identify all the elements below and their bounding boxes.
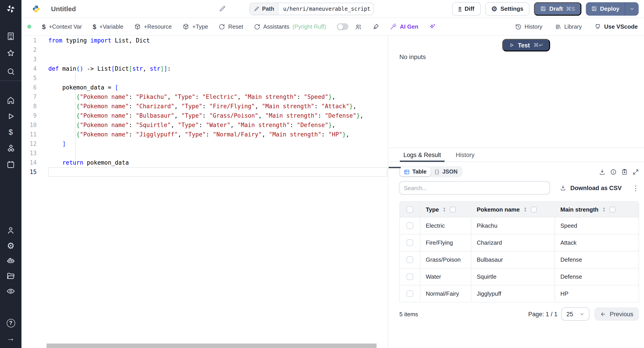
collaborators-icon[interactable] xyxy=(355,23,362,30)
page-size-select[interactable]: 25 xyxy=(562,307,590,321)
table-cell: Electric xyxy=(420,218,471,234)
history-button[interactable]: History xyxy=(515,23,542,30)
copy-result-icon[interactable] xyxy=(621,168,628,175)
deploy-button[interactable]: Deploy xyxy=(586,2,625,16)
sparkles-icon[interactable] xyxy=(429,23,436,30)
search-input[interactable] xyxy=(399,181,550,194)
line-number: 10 xyxy=(22,120,48,130)
code-line[interactable] xyxy=(48,148,388,158)
collapse-sidebar-arrow-icon[interactable]: → xyxy=(0,333,22,344)
info-icon[interactable] xyxy=(610,168,617,175)
code-line[interactable]: {"Pokemon name": "Squirtle", "Type": "Wa… xyxy=(48,120,388,130)
code-line[interactable]: return pokemon_data xyxy=(48,158,388,167)
download-result-icon[interactable] xyxy=(599,168,606,175)
tab-logs-result[interactable]: Logs & Result xyxy=(404,148,441,162)
code-line[interactable]: ] xyxy=(48,139,388,148)
code-line[interactable]: from typing import List, Dict xyxy=(48,36,388,45)
search-icon[interactable] xyxy=(0,66,22,77)
code-line[interactable] xyxy=(48,167,388,177)
library-button[interactable]: Library xyxy=(555,23,582,30)
test-button[interactable]: Test ⌘↵ xyxy=(502,39,550,52)
sort-icon[interactable] xyxy=(523,206,528,212)
help-icon[interactable]: ? xyxy=(0,318,22,328)
select-all-checkbox[interactable] xyxy=(400,202,420,217)
column-option-box[interactable] xyxy=(610,206,616,212)
code-line[interactable] xyxy=(48,73,388,83)
add-resource-button[interactable]: +Resource xyxy=(134,23,172,30)
row-checkbox[interactable] xyxy=(406,290,413,297)
folders-icon[interactable] xyxy=(0,270,22,281)
view-switcher: Table {} JSON xyxy=(399,166,462,177)
column-option-box[interactable] xyxy=(531,206,537,212)
home-icon[interactable] xyxy=(0,95,22,106)
table-row[interactable]: ElectricPikachuSpeed xyxy=(400,218,639,234)
ai-gen-button[interactable]: AI Gen xyxy=(390,23,418,30)
row-checkbox[interactable] xyxy=(406,273,413,280)
column-header[interactable]: Main strength xyxy=(555,202,639,217)
add-type-button[interactable]: +Type xyxy=(182,23,208,30)
draft-button[interactable]: Draft ⌘S xyxy=(534,2,582,16)
code-line[interactable]: def main() -> List[Dict[str, str]]: xyxy=(48,64,388,73)
deploy-dropdown-button[interactable] xyxy=(625,2,639,16)
windmill-logo[interactable] xyxy=(0,0,22,18)
use-vscode-button[interactable]: Use VScode xyxy=(594,23,638,30)
expand-icon[interactable] xyxy=(632,168,639,175)
workers-robot-icon[interactable] xyxy=(0,256,22,266)
row-checkbox-cell xyxy=(400,234,420,251)
settings-button[interactable]: ⚙ Settings xyxy=(485,2,530,16)
sort-icon[interactable] xyxy=(602,206,606,212)
more-options-kebab-icon[interactable]: ⋮ xyxy=(632,184,639,191)
code-line[interactable]: {"Pokemon name": "Charizard", "Type": "F… xyxy=(48,102,388,111)
assistants-button[interactable]: Assistants (Pyright Ruff) xyxy=(254,23,326,30)
table-row[interactable]: WaterSquirtleDefense xyxy=(400,268,639,286)
script-path-field[interactable]: Path u/henri/maneuverable_script xyxy=(250,3,374,15)
code-line[interactable]: {"Pokemon name": "Pikachu", "Type": "Ele… xyxy=(48,92,388,102)
diff-button[interactable]: ± Diff xyxy=(452,2,480,16)
code-line[interactable] xyxy=(48,45,388,54)
table-row[interactable]: Fire/FlyingCharizardAttack xyxy=(400,234,639,252)
row-checkbox[interactable] xyxy=(406,222,413,229)
table-row[interactable]: Normal/FairyJigglypuffHP xyxy=(400,286,639,302)
audit-eye-icon[interactable] xyxy=(0,286,22,296)
code-line[interactable]: {"Pokemon name": "Jigglypuff", "Type": "… xyxy=(48,130,388,139)
column-option-box[interactable] xyxy=(450,206,456,212)
result-table-container: TypePokemon nameMain strength ElectricPi… xyxy=(399,201,639,321)
settings-gear-icon[interactable]: ⚙ xyxy=(0,240,22,251)
reset-button[interactable]: Reset xyxy=(219,23,243,30)
app-window: $ ⚙ ? → Untitl xyxy=(0,0,644,348)
view-table-button[interactable]: Table xyxy=(400,167,430,176)
add-context-var-button[interactable]: $ +Context Var xyxy=(42,23,82,30)
code-line[interactable]: {"Pokemon name": "Bulbasaur", "Type": "G… xyxy=(48,111,388,120)
code-line[interactable] xyxy=(48,54,388,64)
download-csv-button[interactable]: Download as CSV xyxy=(560,184,622,191)
schedules-calendar-icon[interactable] xyxy=(0,159,22,170)
workspace-building-icon[interactable] xyxy=(0,31,22,42)
previous-page-button[interactable]: Previous xyxy=(594,307,639,321)
row-checkbox[interactable] xyxy=(406,256,413,263)
code-line[interactable]: pokemon_data = [ xyxy=(48,83,388,92)
column-header[interactable]: Pokemon name xyxy=(471,202,555,217)
column-header[interactable]: Type xyxy=(420,202,471,217)
sort-icon[interactable] xyxy=(442,206,447,212)
line-number: 6 xyxy=(22,83,48,92)
panel-resize-handle[interactable] xyxy=(389,167,401,168)
table-icon xyxy=(404,169,410,175)
multiplayer-toggle[interactable] xyxy=(337,23,348,30)
table-row[interactable]: Grass/PoisonBulbasaurDefense xyxy=(400,252,639,268)
user-icon[interactable] xyxy=(0,225,22,236)
edit-pencil-icon[interactable] xyxy=(219,5,226,12)
tab-history[interactable]: History xyxy=(456,148,474,162)
preview-panel: Test ⌘↵ No inputs Logs & Result History … xyxy=(389,36,644,348)
code-editor[interactable]: 123456789101112131415 from typing import… xyxy=(22,36,388,348)
table-controls-row: Download as CSV ⋮ xyxy=(399,181,639,194)
favorites-star-icon[interactable] xyxy=(0,48,22,58)
horizontal-scrollbar[interactable] xyxy=(46,344,376,348)
result-actions xyxy=(599,168,639,175)
view-json-button[interactable]: {} JSON xyxy=(430,167,462,176)
variables-dollar-icon[interactable]: $ xyxy=(0,127,22,138)
row-checkbox[interactable] xyxy=(406,239,413,246)
format-brush-icon[interactable] xyxy=(372,23,379,30)
runs-play-icon[interactable] xyxy=(0,111,22,122)
resources-cubes-icon[interactable] xyxy=(0,143,22,154)
add-variable-button[interactable]: $ +Variable xyxy=(92,23,123,30)
